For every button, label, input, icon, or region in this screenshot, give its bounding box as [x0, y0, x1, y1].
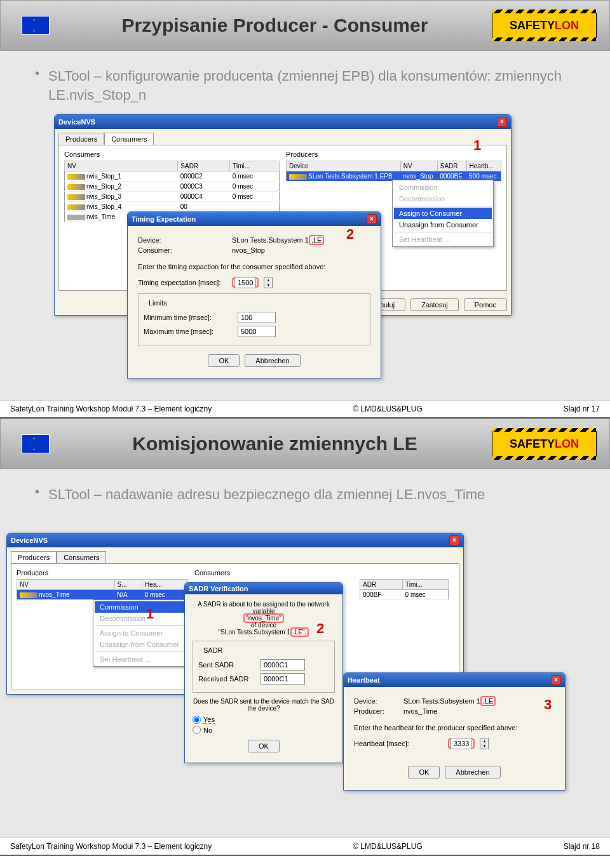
logo-b: LON — [555, 437, 579, 451]
footer-right: Slajd nr 18 — [564, 842, 600, 851]
ok-button[interactable]: OK — [248, 740, 280, 752]
tab-consumers[interactable]: Consumers — [57, 551, 106, 563]
producers-label: Producers — [286, 150, 501, 158]
timing-expectation-input[interactable]: 1500 — [234, 277, 256, 288]
col-timi[interactable]: Timi... — [230, 161, 280, 171]
sadr-msg: A SADR is about to be assigned to the ne… — [193, 601, 335, 636]
table-row[interactable]: nvos_TimeN/A0 msec — [17, 590, 188, 600]
menu-assign[interactable]: Assign to Consumer — [394, 208, 492, 219]
tab-producers[interactable]: Producers — [11, 551, 57, 563]
max-time-label: Maximum time [msec]: — [144, 328, 233, 335]
col-nv[interactable]: NV — [65, 161, 178, 171]
bullet-dot-icon: • — [35, 485, 39, 504]
sadr-verification-window: SADR Verification A SADR is about to be … — [184, 582, 343, 763]
consumers-label: Consumers — [64, 150, 280, 158]
table-row[interactable]: 000BF0 msec — [360, 590, 449, 600]
received-sadr-value: 0000C1 — [261, 673, 305, 684]
sent-sadr-label: Sent SADR — [198, 661, 255, 669]
spinner[interactable]: ▲▼ — [264, 277, 273, 288]
table-row[interactable]: nvis_Stop_400 — [65, 202, 280, 212]
received-sadr-label: Received SADR — [198, 675, 255, 683]
tabs: Producers Consumers — [55, 129, 511, 145]
yes-radio[interactable]: Yes — [193, 716, 335, 724]
consumer-value: nvos_Stop — [232, 246, 265, 254]
window-titlebar[interactable]: DeviceNVS × — [7, 533, 463, 547]
marker-1: 1 — [473, 137, 481, 154]
context-menu[interactable]: Commission Decommission Assign to Consum… — [93, 599, 194, 667]
consumer-label: Consumer: — [138, 246, 227, 254]
sadr-question: Does the SADR sent to the device match t… — [193, 698, 335, 712]
menu-sethb[interactable]: Set Heartbeat ... — [394, 234, 492, 245]
window-titlebar[interactable]: SADR Verification — [185, 583, 342, 594]
window-title: SADR Verification — [189, 585, 248, 592]
footer-center: © LMD&LUS&PLUG — [353, 842, 423, 851]
close-icon[interactable]: × — [367, 214, 377, 224]
close-icon[interactable]: × — [551, 675, 561, 685]
context-menu[interactable]: Commission Decommission Assign to Consum… — [392, 180, 494, 247]
menu-unassign[interactable]: Unassign from Consumer — [394, 219, 492, 230]
consumers-table[interactable]: ADRTimi... 000BF0 msec — [360, 579, 449, 600]
no-radio[interactable]: No — [193, 726, 335, 734]
table-row[interactable]: nvis_Stop_10000C20 msec — [65, 171, 280, 182]
cancel-button[interactable]: Abbrechen — [445, 766, 500, 778]
window-title: Heartbeat — [348, 676, 380, 684]
window-titlebar[interactable]: Heartbeat × — [344, 673, 565, 687]
marker-2: 2 — [316, 620, 324, 637]
close-icon[interactable]: × — [497, 117, 507, 127]
table-row[interactable]: nvis_Stop_30000C40 msec — [65, 192, 280, 202]
min-time-value: 100 — [238, 312, 276, 323]
heartbeat-label: Heartbeat [msec]: — [354, 740, 443, 747]
spinner[interactable]: ▲▼ — [480, 738, 489, 749]
window-titlebar[interactable]: Timing Expectation × — [128, 212, 381, 226]
heartbeat-input[interactable]: 3333 — [451, 738, 472, 749]
ok-button[interactable]: OK — [208, 354, 240, 367]
slide-header: Przypisanie Producer - Consumer SAFETYLO… — [0, 0, 610, 51]
tab-consumers[interactable]: Consumers — [104, 133, 154, 145]
menu-commission[interactable]: Commission — [394, 182, 492, 193]
menu-unassign[interactable]: Unassign from Consumer — [95, 639, 193, 650]
producers-label: Producers — [17, 569, 188, 577]
timing-expectation-window: Timing Expectation × Device:SLon Tests.S… — [127, 211, 381, 379]
footer-left: SafetyLon Training Workshop Moduł 7.3 – … — [10, 842, 212, 851]
marker-2: 2 — [346, 226, 354, 243]
producers-table[interactable]: NVS...Hea... nvos_TimeN/A0 msec — [17, 579, 188, 600]
menu-sethb[interactable]: Set Heartbeat ... — [95, 653, 193, 665]
bullet: • SLTool – nadawanie adresu bezpiecznego… — [35, 485, 575, 504]
logo-a: SAFETY — [510, 19, 555, 32]
menu-assign[interactable]: Assign to Consumer — [95, 627, 193, 639]
safetylon-logo: SAFETYLON — [492, 431, 597, 457]
window-title: DeviceNVS — [11, 537, 48, 544]
sent-sadr-value: 0000C1 — [261, 659, 305, 671]
device-value: SLon Tests.Subsystem 1.LE — [403, 697, 496, 705]
sadr-group: SADR — [201, 646, 226, 654]
col-sadr[interactable]: SADR — [178, 161, 230, 171]
heartbeat-window: Heartbeat × Device:SLon Tests.Subsystem … — [343, 672, 566, 791]
bullet-text: SLTool – nadawanie adresu bezpiecznego d… — [48, 485, 485, 504]
logo-b: LON — [555, 19, 579, 32]
menu-decommission[interactable]: Decommission — [394, 193, 492, 204]
slide-18: Komisjonowanie zmiennych LE SAFETYLON • … — [0, 418, 610, 856]
tab-producers[interactable]: Producers — [58, 133, 104, 145]
zastosuj-button[interactable]: Zastosuj — [410, 298, 459, 311]
menu-decommission[interactable]: Decommission — [95, 613, 193, 624]
menu-commission[interactable]: Commission — [95, 601, 193, 613]
ok-button[interactable]: OK — [408, 766, 440, 778]
cancel-button[interactable]: Abbrechen — [245, 354, 300, 367]
close-icon[interactable]: × — [449, 535, 459, 545]
consumers-label: Consumers — [194, 569, 454, 577]
pomoc-button[interactable]: Pomoc — [464, 298, 507, 311]
bullet: • SLTool – konfigurowanie producenta (zm… — [35, 67, 575, 104]
footer-center: © LMD&LUS&PLUG — [353, 404, 423, 413]
slide-footer: SafetyLon Training Workshop Moduł 7.3 – … — [0, 838, 610, 855]
slide-17: Przypisanie Producer - Consumer SAFETYLO… — [0, 0, 610, 418]
producer-value: nvos_Time — [403, 707, 437, 715]
producers-table[interactable]: DeviceNVSADRHeartb... SLon Tests.Subsyst… — [286, 161, 501, 182]
footer-right: Slajd nr 17 — [564, 404, 600, 413]
device-value: SLon Tests.Subsystem 1.LE — [232, 236, 324, 244]
device-label: Device: — [138, 236, 227, 244]
max-time-value: 5000 — [238, 326, 276, 337]
table-row[interactable]: nvis_Stop_20000C30 msec — [65, 182, 280, 192]
slide-header: Komisjonowanie zmiennych LE SAFETYLON — [0, 418, 610, 469]
window-titlebar[interactable]: DeviceNVS × — [55, 115, 511, 129]
slide-footer: SafetyLon Training Workshop Moduł 7.3 – … — [0, 400, 610, 417]
